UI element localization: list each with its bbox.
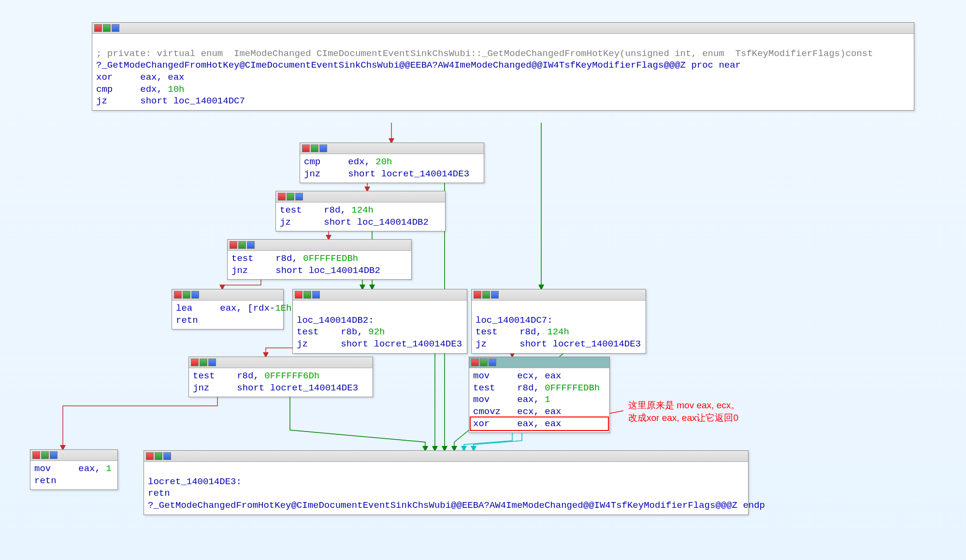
node-loc-140014dc7[interactable]: loc_140014DC7: test r8d, 124h jz short l… bbox=[471, 289, 646, 354]
node-mov-xor-patched[interactable]: mov ecx, eax test r8d, 0FFFFFEDBh mov ea… bbox=[469, 357, 610, 433]
bar-icon bbox=[471, 359, 479, 366]
node-body: ; private: virtual enum ImeModeChanged C… bbox=[92, 34, 914, 110]
node-body: locret_140014DE3: retn ?_GetModeChangedF… bbox=[144, 462, 748, 515]
view-icon bbox=[50, 451, 58, 459]
annotation-text: 这里原来是 mov eax, ecx。 改成xor eax, eax让它返回0 bbox=[628, 399, 740, 424]
chart-icon bbox=[238, 241, 246, 249]
node-header bbox=[276, 191, 445, 202]
chart-icon bbox=[103, 24, 111, 32]
node-test-124h-a[interactable]: test r8d, 124h jz short loc_140014DB2 bbox=[275, 191, 446, 231]
node-header bbox=[189, 357, 373, 368]
node-test-ff6dh[interactable]: test r8d, 0FFFFFF6Dh jnz short locret_14… bbox=[188, 357, 373, 397]
node-cmp-20h[interactable]: cmp edx, 20h jnz short locret_140014DE3 bbox=[300, 143, 484, 183]
bar-icon bbox=[230, 241, 237, 249]
view-icon bbox=[491, 291, 499, 299]
chart-icon bbox=[303, 291, 311, 299]
chart-icon bbox=[480, 359, 488, 366]
node-mov-eax-1[interactable]: mov eax, 1 retn bbox=[30, 449, 118, 490]
bar-icon bbox=[474, 291, 481, 299]
chart-icon bbox=[155, 452, 162, 460]
node-header bbox=[300, 143, 484, 154]
bar-icon bbox=[278, 193, 286, 201]
node-header bbox=[172, 289, 283, 301]
bar-icon bbox=[295, 291, 303, 299]
bar-icon bbox=[32, 451, 40, 459]
node-header bbox=[144, 451, 748, 462]
chart-icon bbox=[183, 291, 190, 299]
node-body: loc_140014DC7: test r8d, 124h jz short l… bbox=[472, 301, 646, 353]
view-icon bbox=[208, 359, 216, 366]
view-icon bbox=[191, 291, 199, 299]
node-body: lea eax, [rdx-1Eh] retn bbox=[172, 301, 283, 329]
bar-icon bbox=[174, 291, 182, 299]
node-body: test r8d, 0FFFFFEDBh jnz short loc_14001… bbox=[228, 251, 411, 279]
node-body: loc_140014DB2: test r8b, 92h jz short lo… bbox=[293, 301, 467, 353]
node-header bbox=[472, 289, 646, 301]
chart-icon bbox=[482, 291, 490, 299]
view-icon bbox=[312, 291, 320, 299]
view-icon bbox=[163, 452, 171, 460]
chart-icon bbox=[311, 144, 318, 152]
node-header bbox=[469, 357, 609, 368]
node-body: test r8d, 0FFFFFF6Dh jnz short locret_14… bbox=[189, 368, 373, 397]
node-body: mov eax, 1 retn bbox=[30, 461, 117, 489]
chart-icon bbox=[287, 193, 294, 201]
node-entry[interactable]: ; private: virtual enum ImeModeChanged C… bbox=[92, 22, 914, 111]
node-header bbox=[30, 450, 117, 461]
view-icon bbox=[247, 241, 255, 249]
node-body: mov ecx, eax test r8d, 0FFFFFEDBh mov ea… bbox=[469, 368, 609, 432]
node-header bbox=[293, 289, 467, 301]
node-header bbox=[92, 23, 914, 34]
chart-icon bbox=[41, 451, 49, 459]
bar-icon bbox=[302, 144, 310, 152]
chart-icon bbox=[200, 359, 207, 366]
node-loc-140014db2[interactable]: loc_140014DB2: test r8b, 92h jz short lo… bbox=[292, 289, 467, 354]
bar-icon bbox=[191, 359, 199, 366]
bar-icon bbox=[94, 24, 102, 32]
node-locret[interactable]: locret_140014DE3: retn ?_GetModeChangedF… bbox=[144, 450, 749, 515]
view-icon bbox=[112, 24, 119, 32]
node-test-fedbh[interactable]: test r8d, 0FFFFFEDBh jnz short loc_14001… bbox=[227, 239, 412, 280]
node-body: test r8d, 124h jz short loc_140014DB2 bbox=[276, 202, 445, 231]
view-icon bbox=[489, 359, 496, 366]
view-icon bbox=[319, 144, 327, 152]
node-body: cmp edx, 20h jnz short locret_140014DE3 bbox=[300, 154, 484, 183]
bar-icon bbox=[146, 452, 154, 460]
node-lea-retn[interactable]: lea eax, [rdx-1Eh] retn bbox=[172, 289, 284, 330]
view-icon bbox=[295, 193, 303, 201]
node-header bbox=[228, 240, 411, 251]
